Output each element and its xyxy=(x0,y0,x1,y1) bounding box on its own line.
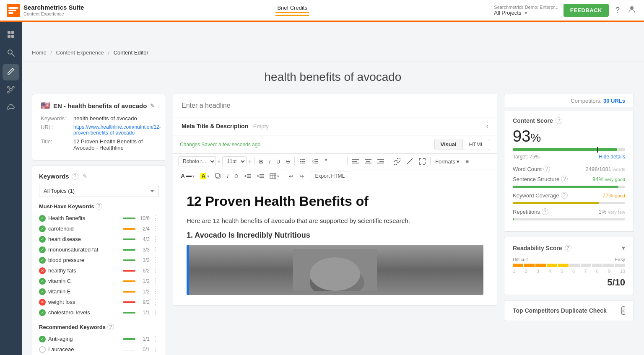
kw-bar-area xyxy=(123,228,135,230)
hide-details-link[interactable]: Hide details xyxy=(599,154,625,160)
recommended-help-icon[interactable]: ? xyxy=(107,324,114,330)
kw-options-icon[interactable]: ⋮ xyxy=(152,308,159,316)
kw-options-icon[interactable]: ⋮ xyxy=(152,256,159,264)
fullscreen-button[interactable] xyxy=(416,156,428,166)
sentence-structure-help-icon[interactable]: ? xyxy=(561,176,568,182)
sidebar-item-network[interactable] xyxy=(3,82,19,99)
sidebar-item-search[interactable] xyxy=(3,45,19,62)
readability-help-icon[interactable]: ? xyxy=(565,245,571,251)
kw-empty-icon xyxy=(39,346,46,353)
sidebar-item-editor[interactable] xyxy=(3,64,19,80)
kw-bar-area xyxy=(123,259,135,261)
align-left-button[interactable] xyxy=(350,157,361,166)
kw-bar xyxy=(123,270,135,272)
unordered-list-button[interactable] xyxy=(297,156,309,166)
meta-desc-collapse-button[interactable]: ‹ xyxy=(486,122,488,130)
user-button[interactable] xyxy=(626,4,637,17)
feedback-button[interactable]: FEEDBACK xyxy=(564,4,609,17)
competitors-link[interactable]: 30 URLs xyxy=(603,98,625,104)
kw-status-icon: ✕ xyxy=(39,267,46,274)
redo-button[interactable]: ↪ xyxy=(297,171,306,181)
url-value[interactable]: https://www.healthline.com/nutrition/12-… xyxy=(73,124,161,136)
meta-edit-icon[interactable]: ✎ xyxy=(150,103,155,109)
formats-button[interactable]: Formats ▾ xyxy=(433,157,462,166)
must-have-help-icon[interactable]: ? xyxy=(96,203,102,210)
highlight-button[interactable]: A ▾ xyxy=(198,171,212,181)
editor-content[interactable]: 12 Proven Health Benefits of Here are 12… xyxy=(173,183,497,305)
editor-panel: Meta Title & Description Empty ‹ Changes… xyxy=(166,94,504,355)
table-button[interactable]: ▾ xyxy=(267,171,282,181)
breadcrumb-home[interactable]: Home xyxy=(32,49,47,56)
kw-count: 3/3 xyxy=(138,247,150,253)
unlink-button[interactable] xyxy=(404,156,415,166)
list-item: ✓ cholesterol levels 1/1 ⋮ xyxy=(39,307,159,318)
kw-options-icon[interactable]: ⋮ xyxy=(152,214,159,222)
help-button[interactable]: ? xyxy=(614,4,621,16)
undo-button[interactable]: ↩ xyxy=(286,171,296,181)
text-color-button[interactable]: A ▾ xyxy=(178,171,197,181)
logo-text: Searchmetrics Suite Content Experience xyxy=(23,4,84,17)
export-html-button[interactable]: Export HTML xyxy=(311,171,350,181)
keyword-coverage-row: Keyword Coverage ? 77% good xyxy=(513,192,625,199)
align-right-button[interactable] xyxy=(375,157,387,166)
rb-seg-5 xyxy=(558,264,569,267)
font-family-select[interactable]: Roboto r... xyxy=(178,156,216,166)
svg-rect-5 xyxy=(8,31,10,34)
blockquote-button[interactable]: " xyxy=(322,156,334,166)
kw-options-icon[interactable]: ⋮ xyxy=(152,345,159,353)
more-options-button[interactable]: ≡ xyxy=(463,157,471,166)
italic-button[interactable]: I xyxy=(266,157,273,166)
special-chars-button[interactable]: Ω xyxy=(232,171,241,181)
outdent-button[interactable] xyxy=(242,172,254,180)
dup-check-collapse-button[interactable]: ‹ xyxy=(621,306,625,315)
italic2-button[interactable]: I xyxy=(224,171,231,181)
kw-options-icon[interactable]: ⋮ xyxy=(152,277,159,285)
sidebar-item-dashboard[interactable] xyxy=(3,27,19,44)
font-size-select[interactable]: 11pt xyxy=(222,156,247,166)
keywords-edit-icon[interactable]: ✎ xyxy=(83,173,87,179)
kw-options-icon[interactable]: ⋮ xyxy=(152,288,159,295)
account-selector[interactable]: Searchmetrics Demo: Enterpr... All Proje… xyxy=(494,5,558,16)
hr-button[interactable]: — xyxy=(335,157,345,166)
kw-bar-area xyxy=(123,291,135,293)
underline-button[interactable]: U xyxy=(274,157,283,166)
readability-easy-label: Easy xyxy=(615,257,625,262)
sidebar-item-cloud[interactable] xyxy=(3,101,19,117)
kw-options-icon[interactable]: ⋮ xyxy=(152,335,159,343)
list-item: ✓ heart disease 4/3 ⋮ xyxy=(39,234,159,244)
readability-card: Readability Score ? ▾ Difficult Easy xyxy=(504,237,634,295)
breadcrumb-content-experience[interactable]: Content Experience xyxy=(56,49,104,56)
ordered-list-button[interactable]: 123 xyxy=(309,156,321,166)
kw-count: 2/4 xyxy=(138,226,150,232)
indent-button[interactable] xyxy=(254,172,266,180)
rb-seg-3 xyxy=(535,264,546,267)
keywords-help-icon[interactable]: ? xyxy=(72,173,78,180)
rb-seg-2 xyxy=(524,264,535,267)
visual-view-button[interactable]: Visual xyxy=(434,139,463,150)
link-button[interactable] xyxy=(391,156,403,166)
meta-url-row: URL: https://www.healthline.com/nutritio… xyxy=(41,124,157,136)
editor-toolbar-top: Changes Saved: a few seconds ago Visual … xyxy=(173,135,497,154)
brief-credits[interactable]: Brief Credits xyxy=(275,5,309,16)
bold-button[interactable]: B xyxy=(257,157,265,166)
kw-options-icon[interactable]: ⋮ xyxy=(152,246,159,254)
content-score-help-icon[interactable]: ? xyxy=(556,117,562,124)
kw-options-icon[interactable]: ⋮ xyxy=(152,225,159,233)
repetitions-help-icon[interactable]: ? xyxy=(542,208,548,215)
kw-options-icon[interactable]: ⋮ xyxy=(152,267,159,275)
headline-input[interactable] xyxy=(173,94,497,117)
kw-bar xyxy=(123,259,135,261)
align-center-button[interactable] xyxy=(362,157,374,166)
html-view-button[interactable]: HTML xyxy=(463,139,490,150)
editor-toolbar-format: Roboto r... ▾ 11pt ▾ B I U S xyxy=(173,154,497,169)
recommended-section-label: Recommended Keywords ? xyxy=(39,324,159,330)
kw-options-icon[interactable]: ⋮ xyxy=(152,298,159,306)
kw-count: 1/2 xyxy=(138,278,150,284)
strikethrough-button[interactable]: S xyxy=(283,157,292,166)
topics-dropdown[interactable]: All Topics (1) xyxy=(39,185,159,197)
kw-options-icon[interactable]: ⋮ xyxy=(152,235,159,243)
keyword-coverage-help-icon[interactable]: ? xyxy=(561,192,568,199)
readability-collapse-button[interactable]: ▾ xyxy=(622,244,625,252)
word-count-help-icon[interactable]: ? xyxy=(543,166,550,172)
copy-button[interactable] xyxy=(213,171,223,181)
